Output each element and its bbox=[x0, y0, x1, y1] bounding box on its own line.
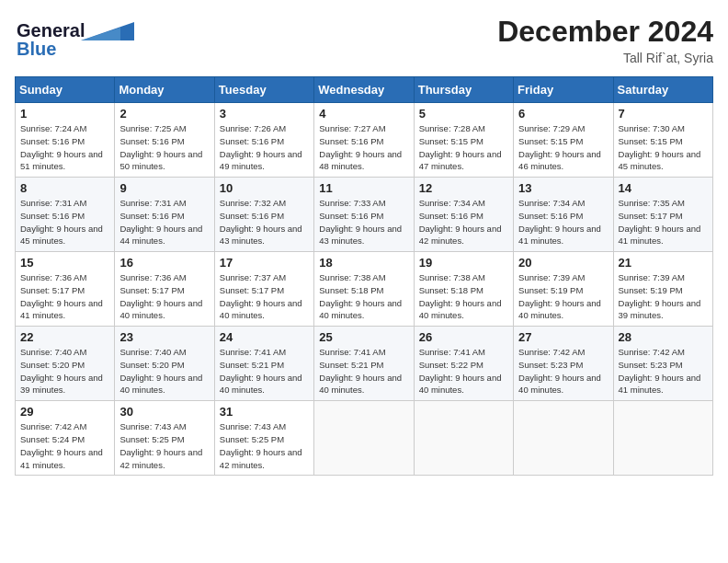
day-number: 4 bbox=[319, 107, 408, 121]
day-number: 9 bbox=[119, 181, 209, 195]
day-number: 8 bbox=[20, 181, 109, 195]
day-info: Sunrise: 7:37 AM Sunset: 5:17 PM Dayligh… bbox=[220, 271, 309, 322]
title-block: December 2024 Tall Rif`at, Syria bbox=[497, 15, 713, 65]
day-info: Sunrise: 7:33 AM Sunset: 5:16 PM Dayligh… bbox=[319, 197, 408, 247]
day-info: Sunrise: 7:41 AM Sunset: 5:21 PM Dayligh… bbox=[220, 346, 309, 396]
calendar-cell: 14 Sunrise: 7:35 AM Sunset: 5:17 PM Dayl… bbox=[613, 178, 712, 252]
day-info: Sunrise: 7:36 AM Sunset: 5:17 PM Dayligh… bbox=[20, 271, 109, 322]
day-info: Sunrise: 7:43 AM Sunset: 5:25 PM Dayligh… bbox=[220, 420, 309, 471]
weekday-header: Sunday bbox=[16, 77, 115, 103]
day-number: 26 bbox=[419, 330, 508, 344]
calendar-cell: 5 Sunrise: 7:28 AM Sunset: 5:15 PM Dayli… bbox=[414, 103, 513, 178]
page-header: General Blue December 2024 Tall Rif`at, … bbox=[15, 15, 713, 65]
calendar-week-row: 15 Sunrise: 7:36 AM Sunset: 5:17 PM Dayl… bbox=[16, 252, 713, 327]
day-number: 29 bbox=[20, 405, 109, 419]
day-info: Sunrise: 7:34 AM Sunset: 5:16 PM Dayligh… bbox=[419, 197, 508, 247]
calendar-cell: 6 Sunrise: 7:29 AM Sunset: 5:15 PM Dayli… bbox=[514, 103, 613, 178]
day-info: Sunrise: 7:38 AM Sunset: 5:18 PM Dayligh… bbox=[419, 271, 508, 322]
location-subtitle: Tall Rif`at, Syria bbox=[497, 51, 713, 65]
calendar-cell: 4 Sunrise: 7:27 AM Sunset: 5:16 PM Dayli… bbox=[314, 103, 414, 178]
day-info: Sunrise: 7:42 AM Sunset: 5:23 PM Dayligh… bbox=[518, 346, 608, 396]
day-info: Sunrise: 7:28 AM Sunset: 5:15 PM Dayligh… bbox=[419, 122, 508, 173]
day-info: Sunrise: 7:34 AM Sunset: 5:16 PM Dayligh… bbox=[518, 197, 608, 247]
day-number: 19 bbox=[419, 256, 508, 270]
logo-svg: General Blue bbox=[15, 15, 134, 63]
day-number: 12 bbox=[419, 181, 508, 195]
day-info: Sunrise: 7:39 AM Sunset: 5:19 PM Dayligh… bbox=[619, 271, 708, 322]
calendar-week-row: 8 Sunrise: 7:31 AM Sunset: 5:16 PM Dayli… bbox=[16, 178, 713, 252]
day-number: 6 bbox=[518, 107, 608, 121]
calendar-cell bbox=[613, 401, 712, 476]
day-number: 10 bbox=[220, 181, 309, 195]
day-number: 30 bbox=[119, 405, 209, 419]
calendar-cell: 12 Sunrise: 7:34 AM Sunset: 5:16 PM Dayl… bbox=[414, 178, 513, 252]
day-number: 14 bbox=[619, 181, 708, 195]
weekday-header: Saturday bbox=[613, 77, 712, 103]
calendar-cell: 27 Sunrise: 7:42 AM Sunset: 5:23 PM Dayl… bbox=[514, 327, 613, 401]
day-number: 15 bbox=[20, 256, 109, 270]
calendar-cell: 29 Sunrise: 7:42 AM Sunset: 5:24 PM Dayl… bbox=[16, 401, 115, 476]
calendar-week-row: 22 Sunrise: 7:40 AM Sunset: 5:20 PM Dayl… bbox=[16, 327, 713, 401]
day-info: Sunrise: 7:31 AM Sunset: 5:16 PM Dayligh… bbox=[119, 197, 209, 247]
day-number: 17 bbox=[220, 256, 309, 270]
svg-text:General: General bbox=[17, 20, 85, 40]
day-number: 27 bbox=[518, 330, 608, 344]
logo: General Blue bbox=[15, 15, 134, 63]
day-info: Sunrise: 7:40 AM Sunset: 5:20 PM Dayligh… bbox=[119, 346, 209, 396]
calendar-cell: 21 Sunrise: 7:39 AM Sunset: 5:19 PM Dayl… bbox=[613, 252, 712, 327]
day-info: Sunrise: 7:27 AM Sunset: 5:16 PM Dayligh… bbox=[319, 122, 408, 173]
day-info: Sunrise: 7:41 AM Sunset: 5:22 PM Dayligh… bbox=[419, 346, 508, 396]
day-info: Sunrise: 7:32 AM Sunset: 5:16 PM Dayligh… bbox=[220, 197, 309, 247]
calendar-cell: 7 Sunrise: 7:30 AM Sunset: 5:15 PM Dayli… bbox=[613, 103, 712, 178]
calendar-cell: 2 Sunrise: 7:25 AM Sunset: 5:16 PM Dayli… bbox=[115, 103, 214, 178]
day-info: Sunrise: 7:42 AM Sunset: 5:23 PM Dayligh… bbox=[619, 346, 708, 396]
day-info: Sunrise: 7:41 AM Sunset: 5:21 PM Dayligh… bbox=[319, 346, 408, 396]
calendar-cell: 8 Sunrise: 7:31 AM Sunset: 5:16 PM Dayli… bbox=[16, 178, 115, 252]
day-number: 7 bbox=[619, 107, 708, 121]
day-info: Sunrise: 7:35 AM Sunset: 5:17 PM Dayligh… bbox=[619, 197, 708, 247]
calendar-cell: 31 Sunrise: 7:43 AM Sunset: 5:25 PM Dayl… bbox=[214, 401, 313, 476]
calendar-cell: 25 Sunrise: 7:41 AM Sunset: 5:21 PM Dayl… bbox=[314, 327, 414, 401]
day-number: 18 bbox=[319, 256, 408, 270]
day-number: 3 bbox=[220, 107, 309, 121]
weekday-header: Monday bbox=[115, 77, 214, 103]
day-number: 2 bbox=[119, 107, 209, 121]
day-number: 1 bbox=[20, 107, 109, 121]
day-number: 22 bbox=[20, 330, 109, 344]
day-number: 28 bbox=[619, 330, 708, 344]
day-info: Sunrise: 7:43 AM Sunset: 5:25 PM Dayligh… bbox=[119, 420, 209, 471]
calendar-cell: 3 Sunrise: 7:26 AM Sunset: 5:16 PM Dayli… bbox=[214, 103, 313, 178]
calendar-cell: 20 Sunrise: 7:39 AM Sunset: 5:19 PM Dayl… bbox=[514, 252, 613, 327]
weekday-header: Thursday bbox=[414, 77, 513, 103]
calendar-cell: 18 Sunrise: 7:38 AM Sunset: 5:18 PM Dayl… bbox=[314, 252, 414, 327]
day-number: 31 bbox=[220, 405, 309, 419]
calendar-cell: 17 Sunrise: 7:37 AM Sunset: 5:17 PM Dayl… bbox=[214, 252, 313, 327]
day-number: 25 bbox=[319, 330, 408, 344]
weekday-header: Tuesday bbox=[214, 77, 313, 103]
day-info: Sunrise: 7:29 AM Sunset: 5:15 PM Dayligh… bbox=[518, 122, 608, 173]
day-info: Sunrise: 7:38 AM Sunset: 5:18 PM Dayligh… bbox=[319, 271, 408, 322]
weekday-header: Wednesday bbox=[314, 77, 414, 103]
day-number: 13 bbox=[518, 181, 608, 195]
day-info: Sunrise: 7:26 AM Sunset: 5:16 PM Dayligh… bbox=[220, 122, 309, 173]
calendar-cell: 19 Sunrise: 7:38 AM Sunset: 5:18 PM Dayl… bbox=[414, 252, 513, 327]
day-number: 16 bbox=[119, 256, 209, 270]
calendar-cell: 22 Sunrise: 7:40 AM Sunset: 5:20 PM Dayl… bbox=[16, 327, 115, 401]
calendar-cell: 1 Sunrise: 7:24 AM Sunset: 5:16 PM Dayli… bbox=[16, 103, 115, 178]
day-info: Sunrise: 7:25 AM Sunset: 5:16 PM Dayligh… bbox=[119, 122, 209, 173]
calendar-header-row: SundayMondayTuesdayWednesdayThursdayFrid… bbox=[16, 77, 713, 103]
month-title: December 2024 bbox=[497, 15, 713, 49]
calendar-cell bbox=[414, 401, 513, 476]
svg-text:Blue: Blue bbox=[17, 39, 56, 59]
day-info: Sunrise: 7:36 AM Sunset: 5:17 PM Dayligh… bbox=[119, 271, 209, 322]
calendar-cell bbox=[314, 401, 414, 476]
day-info: Sunrise: 7:39 AM Sunset: 5:19 PM Dayligh… bbox=[518, 271, 608, 322]
day-number: 11 bbox=[319, 181, 408, 195]
calendar-table: SundayMondayTuesdayWednesdayThursdayFrid… bbox=[15, 76, 713, 476]
calendar-cell: 24 Sunrise: 7:41 AM Sunset: 5:21 PM Dayl… bbox=[214, 327, 313, 401]
calendar-cell: 26 Sunrise: 7:41 AM Sunset: 5:22 PM Dayl… bbox=[414, 327, 513, 401]
day-info: Sunrise: 7:30 AM Sunset: 5:15 PM Dayligh… bbox=[619, 122, 708, 173]
day-info: Sunrise: 7:24 AM Sunset: 5:16 PM Dayligh… bbox=[20, 122, 109, 173]
day-number: 23 bbox=[119, 330, 209, 344]
day-info: Sunrise: 7:31 AM Sunset: 5:16 PM Dayligh… bbox=[20, 197, 109, 247]
